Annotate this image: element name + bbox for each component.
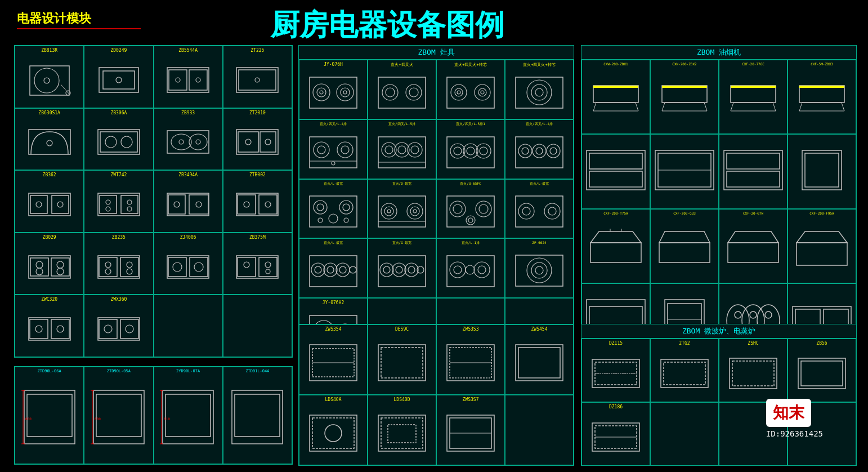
svg-point-115 [337, 142, 353, 158]
svg-point-105 [475, 84, 490, 100]
svg-point-159 [453, 204, 462, 213]
svg-point-60 [57, 268, 64, 275]
svg-point-151 [384, 207, 393, 216]
svg-point-7 [116, 77, 122, 83]
svg-point-124 [408, 143, 422, 157]
svg-point-12 [196, 78, 200, 82]
hood-t3: CXF-20-776C [719, 60, 788, 134]
svg-rect-262 [27, 394, 72, 437]
panel-hoods: ZBOM 油烟机 CXW-200-ZBX1 [581, 45, 857, 358]
svg-rect-285 [381, 348, 423, 378]
svg-point-192 [527, 258, 552, 283]
svg-rect-279 [232, 390, 283, 444]
svg-point-171 [315, 266, 321, 273]
builtin-1: ZWS3S4 [299, 324, 368, 395]
stove-cell-12: 直火/L-最宽 [505, 179, 574, 239]
svg-point-194 [535, 266, 543, 274]
svg-point-160 [476, 201, 491, 217]
svg-rect-201 [593, 86, 638, 103]
stove-cell-13: 直火/L-最宽 [299, 238, 368, 298]
hood-large1 [581, 134, 650, 208]
svg-rect-226 [589, 153, 642, 169]
svg-rect-305 [730, 358, 777, 389]
main-container: { "header": { "title_left": "电器设计模块", "t… [0, 0, 868, 472]
stove-cell-1: JY-076H [299, 60, 368, 119]
svg-point-257 [765, 311, 772, 318]
sink-cell-zb3494a: ZB3494A [154, 170, 223, 233]
svg-rect-273 [163, 390, 213, 444]
svg-rect-219 [799, 86, 844, 103]
svg-point-176 [350, 266, 356, 273]
hood-slant3: CXF-20-G7W [719, 209, 788, 283]
svg-point-59 [57, 261, 64, 268]
svg-point-82 [35, 326, 42, 332]
svg-rect-27 [236, 130, 278, 154]
stove-cell-8: 直火/四叉/L-4排 [505, 119, 574, 179]
svg-rect-274 [165, 394, 211, 437]
svg-rect-227 [589, 171, 642, 187]
hoods-panel-title: ZBOM 油烟机 [581, 46, 856, 60]
svg-rect-303 [661, 359, 708, 388]
svg-rect-44 [167, 193, 209, 216]
svg-point-180 [392, 263, 406, 277]
svg-rect-55 [30, 258, 48, 276]
svg-rect-46 [189, 195, 208, 214]
svg-point-133 [480, 147, 487, 155]
panel-stoves: ZBOM 灶具 JY-076H [298, 45, 574, 358]
svg-point-145 [343, 204, 350, 211]
svg-rect-68 [167, 256, 209, 278]
svg-point-166 [522, 207, 530, 215]
svg-rect-245 [797, 243, 847, 265]
header-underline [17, 28, 141, 29]
svg-point-78 [266, 269, 270, 274]
svg-rect-308 [801, 361, 843, 386]
svg-rect-134 [516, 137, 563, 168]
svg-point-161 [479, 204, 488, 213]
builtin-empty [505, 395, 574, 465]
panel-ovens: ZTD90L-06A 600 ZTD90L-05A [14, 366, 293, 465]
svg-point-110 [531, 84, 547, 100]
svg-rect-291 [310, 415, 357, 451]
svg-point-165 [518, 203, 534, 219]
svg-point-20 [105, 136, 117, 148]
svg-text:610: 610 [164, 417, 170, 421]
panel-sinks: ZB813R ZD0249 [14, 45, 293, 358]
svg-rect-37 [98, 193, 140, 216]
stove-cell-2: 直火+四叉火 [368, 60, 436, 119]
svg-point-65 [105, 269, 111, 274]
svg-rect-208 [662, 86, 707, 88]
stove-cell-7: 直火/四叉/L-5排1 [436, 119, 505, 179]
svg-point-174 [336, 263, 350, 277]
svg-point-135 [518, 144, 532, 158]
svg-point-158 [450, 201, 466, 217]
svg-rect-86 [120, 319, 138, 339]
svg-rect-296 [388, 425, 416, 443]
svg-point-150 [381, 203, 397, 219]
builtin-4: ZWS4S4 [505, 324, 574, 395]
header-title-center: 厨房电器设备图例 [270, 6, 504, 45]
sink-cell-zwc320: ZWC320 [15, 295, 84, 357]
hood-slant2: CXF-200-G33 [650, 209, 719, 283]
svg-point-15 [255, 78, 259, 82]
svg-point-11 [176, 78, 180, 82]
svg-point-255 [735, 311, 741, 318]
svg-point-148 [344, 218, 348, 222]
svg-point-43 [127, 207, 132, 211]
svg-point-100 [409, 88, 418, 97]
oven-cell-2: ZTD90L-05A 600 [84, 367, 153, 464]
svg-line-205 [636, 103, 638, 111]
sink-cell-empty1 [154, 295, 223, 357]
svg-point-2 [44, 78, 50, 83]
hood-large3 [719, 134, 788, 208]
sink-cell-zb362: ZB362 [15, 170, 84, 233]
svg-point-168 [548, 207, 556, 215]
sink-cell-ztb002: ZTB002 [223, 170, 292, 233]
svg-rect-56 [51, 258, 69, 276]
svg-point-97 [382, 84, 398, 100]
svg-point-25 [179, 140, 184, 144]
svg-point-116 [341, 146, 349, 154]
svg-point-123 [398, 146, 406, 154]
sink-cell-zwx360: ZWX360 [84, 295, 153, 357]
sink-cell-zb375m: ZB375M [223, 233, 292, 295]
stove-cell-14: 直火/G-最宽 [368, 238, 436, 298]
